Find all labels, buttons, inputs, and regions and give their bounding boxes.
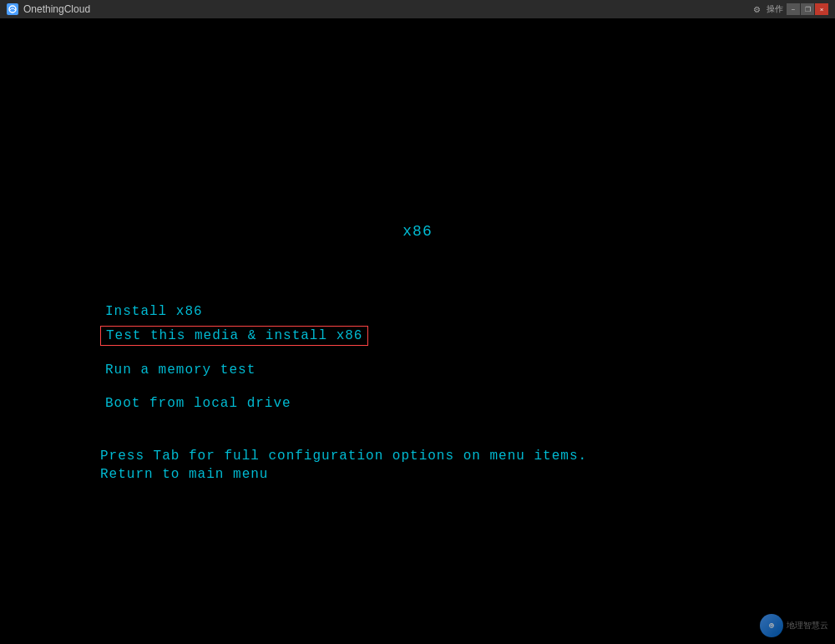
watermark-icon: ⊕ bbox=[760, 614, 783, 637]
arch-label: x86 bbox=[0, 223, 835, 240]
close-button[interactable]: × bbox=[815, 3, 828, 15]
menu-item-test-media[interactable]: Test this media & install x86 bbox=[100, 326, 368, 346]
watermark-text: 地理智慧云 bbox=[787, 620, 828, 631]
settings-icon[interactable]: ⚙ bbox=[751, 5, 763, 14]
footer-line-1: Press Tab for full configuration options… bbox=[100, 449, 587, 464]
watermark: ⊕ 地理智慧云 bbox=[760, 614, 828, 637]
maximize-button[interactable]: ❐ bbox=[801, 3, 814, 15]
terminal-screen[interactable]: x86 Install x86 Test this media & instal… bbox=[0, 18, 835, 644]
footer-area: Press Tab for full configuration options… bbox=[100, 449, 587, 485]
menu-area: Install x86 Test this media & install x8… bbox=[100, 302, 368, 418]
minimize-button[interactable]: − bbox=[787, 3, 800, 15]
app-title: OnethingCloud bbox=[23, 3, 90, 15]
titlebar: OnethingCloud ⚙ 操作 − ❐ × bbox=[0, 0, 835, 18]
footer-line-2: Return to main menu bbox=[100, 467, 587, 482]
operations-label[interactable]: 操作 bbox=[764, 3, 786, 15]
window-controls: ⚙ 操作 − ❐ × bbox=[751, 3, 828, 15]
titlebar-left: OnethingCloud bbox=[7, 3, 90, 15]
watermark-symbol: ⊕ bbox=[769, 621, 774, 631]
app-icon bbox=[7, 3, 18, 15]
main-content: x86 Install x86 Test this media & instal… bbox=[0, 18, 835, 644]
menu-item-boot-local[interactable]: Boot from local drive bbox=[100, 394, 368, 413]
menu-item-memory-test[interactable]: Run a memory test bbox=[100, 361, 368, 379]
menu-item-install-x86[interactable]: Install x86 bbox=[100, 302, 368, 321]
